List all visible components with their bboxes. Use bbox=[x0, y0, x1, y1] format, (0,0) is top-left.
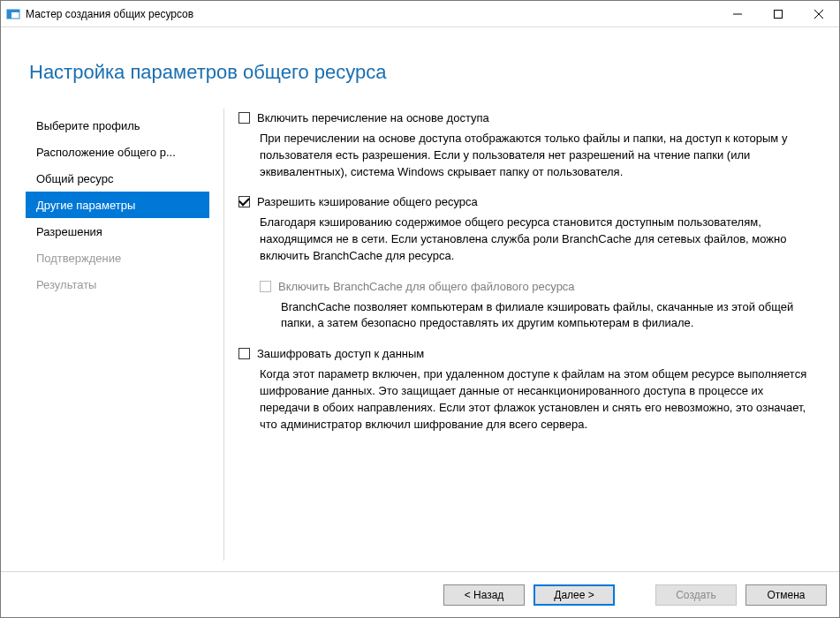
wizard-steps-sidebar: Выберите профиль Расположение общего р..… bbox=[26, 107, 209, 571]
maximize-button[interactable] bbox=[758, 1, 798, 26]
create-button: Создать bbox=[655, 584, 737, 606]
cancel-button[interactable]: Отмена bbox=[745, 584, 827, 606]
label-encrypt: Зашифровать доступ к данным bbox=[257, 346, 424, 363]
checkbox-encrypt[interactable] bbox=[238, 348, 250, 359]
svg-rect-2 bbox=[7, 10, 11, 19]
wizard-window: Мастер создания общих ресурсов Настройка… bbox=[0, 0, 840, 618]
window-title: Мастер создания общих ресурсов bbox=[26, 8, 717, 20]
label-cache: Разрешить кэширование общего ресурса bbox=[257, 194, 478, 211]
option-abe[interactable]: Включить перечисление на основе доступа bbox=[238, 110, 809, 127]
desc-encrypt: Когда этот параметр включен, при удаленн… bbox=[260, 366, 809, 433]
step-confirmation: Подтверждение bbox=[26, 245, 209, 271]
step-share-name[interactable]: Общий ресурс bbox=[26, 165, 209, 192]
step-location[interactable]: Расположение общего р... bbox=[26, 139, 209, 165]
page-title: Настройка параметров общего ресурса bbox=[29, 61, 814, 84]
svg-rect-3 bbox=[775, 10, 783, 18]
titlebar: Мастер создания общих ресурсов bbox=[1, 1, 839, 27]
next-button[interactable]: Далее > bbox=[534, 584, 615, 606]
option-cache[interactable]: Разрешить кэширование общего ресурса bbox=[238, 194, 809, 211]
option-encrypt[interactable]: Зашифровать доступ к данным bbox=[238, 346, 809, 363]
app-icon bbox=[6, 7, 20, 21]
checkbox-cache[interactable] bbox=[238, 196, 250, 207]
option-branchcache: Включить BranchCache для общего файловог… bbox=[260, 279, 809, 296]
label-abe: Включить перечисление на основе доступа bbox=[257, 110, 489, 127]
checkbox-branchcache bbox=[260, 281, 271, 292]
minimize-button[interactable] bbox=[717, 1, 758, 26]
wizard-footer: < Назад Далее > Создать Отмена bbox=[1, 571, 839, 617]
step-permissions[interactable]: Разрешения bbox=[26, 218, 209, 245]
vertical-divider bbox=[223, 109, 224, 561]
back-button[interactable]: < Назад bbox=[443, 584, 525, 606]
step-results: Результаты bbox=[26, 271, 209, 298]
checkbox-abe[interactable] bbox=[238, 112, 250, 124]
label-branchcache: Включить BranchCache для общего файловог… bbox=[278, 279, 575, 296]
window-controls bbox=[717, 1, 839, 26]
desc-cache: Благодаря кэшированию содержимое общего … bbox=[260, 215, 809, 265]
desc-branchcache: BranchCache позволяет компьютерам в фили… bbox=[281, 299, 809, 333]
step-profile[interactable]: Выберите профиль bbox=[26, 112, 209, 139]
desc-abe: При перечислении на основе доступа отобр… bbox=[260, 131, 809, 181]
settings-content: Включить перечисление на основе доступа … bbox=[238, 107, 814, 571]
close-button[interactable] bbox=[798, 1, 839, 26]
step-other-settings[interactable]: Другие параметры bbox=[26, 192, 209, 218]
